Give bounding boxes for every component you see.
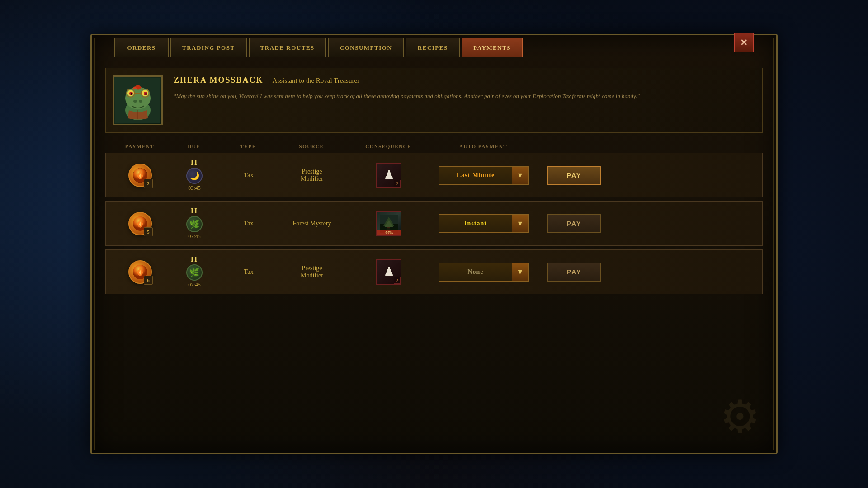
due-time-3: 07:45: [188, 282, 200, 288]
type-cell-2: Tax: [222, 220, 276, 227]
table-rows: 2 II 🌙 03:45 Tax PrestigeMod: [105, 153, 763, 294]
consequence-icon-2: 33%: [376, 211, 401, 236]
th-source: SOURCE: [275, 144, 348, 149]
type-text-3: Tax: [244, 268, 254, 276]
character-intro: ZHERA MOSSBACK Assistant to the Royal Tr…: [105, 68, 763, 133]
gear-decoration: ⚙: [713, 389, 767, 444]
consequence-icon-1: ♟ 2: [376, 163, 401, 188]
auto-pay-cell-2: Instant ▼: [429, 214, 538, 233]
auto-pay-cell-3: None ▼: [429, 263, 538, 282]
due-label-3: II: [191, 255, 198, 263]
consequence-badge-3: 2: [394, 277, 401, 284]
content-area: ZHERA MOSSBACK Assistant to the Royal Tr…: [92, 59, 776, 453]
source-cell-1: PrestigeModifier: [276, 168, 348, 183]
due-time-1: 03:45: [188, 185, 200, 192]
due-label-2: II: [191, 207, 198, 215]
character-name: ZHERA MOSSBACK: [174, 75, 264, 85]
due-cell-2: II 🌿 07:45: [167, 207, 222, 240]
th-action: [538, 144, 610, 149]
consequence-pct-2: 33%: [377, 230, 401, 235]
payment-cell-2: 5: [113, 212, 167, 235]
auto-pay-label-3: None: [439, 268, 512, 276]
th-type: TYPE: [221, 144, 275, 149]
payment-cell-3: 6: [113, 260, 167, 284]
due-time-2: 07:45: [188, 233, 200, 240]
source-text-1: PrestigeModifier: [301, 168, 323, 183]
auto-pay-dropdown-1[interactable]: Last Minute ▼: [439, 166, 529, 185]
auto-pay-label-2: Instant: [439, 220, 512, 227]
auto-pay-dropdown-2[interactable]: Instant ▼: [439, 214, 529, 233]
due-icon-1: 🌙: [186, 168, 203, 184]
coin-badge-3: 6: [144, 276, 153, 285]
th-consequence: CONSEQUENCE: [348, 144, 429, 149]
th-due: DUE: [167, 144, 221, 149]
pay-action-cell-3: Pay: [538, 263, 610, 282]
dropdown-arrow-3[interactable]: ▼: [512, 263, 528, 281]
tabs-row: ORDERS TRADING POST TRADE ROUTES CONSUMP…: [114, 34, 754, 57]
auto-pay-dropdown-3[interactable]: None ▼: [439, 263, 529, 282]
tab-trading-post[interactable]: TRADING POST: [170, 38, 247, 57]
table-row: 2 II 🌙 03:45 Tax PrestigeMod: [105, 153, 763, 197]
source-cell-3: PrestigeModifier: [276, 265, 348, 279]
source-text-3: PrestigeModifier: [301, 265, 323, 279]
source-text-2: Forest Mystery: [292, 220, 331, 227]
svg-point-14: [133, 100, 137, 103]
payment-coin-3: 6: [128, 260, 152, 284]
th-auto-payment: AUTO PAYMENT: [429, 144, 538, 149]
due-cell-1: II 🌙 03:45: [167, 159, 222, 192]
pay-button-3[interactable]: Pay: [547, 263, 601, 282]
source-cell-2: Forest Mystery: [276, 220, 348, 227]
consequence-cell-3: ♟ 2: [348, 259, 429, 285]
character-text: ZHERA MOSSBACK Assistant to the Royal Tr…: [174, 75, 755, 125]
table-row: 6 II 🌿 07:45 Tax PrestigeMod: [105, 249, 763, 294]
chess-piece-3: ♟: [383, 264, 395, 279]
table-row: 5 II 🌿 07:45 Tax Forest Myst: [105, 201, 763, 246]
consequence-badge-1: 2: [394, 180, 401, 187]
tab-trade-routes[interactable]: TRADE ROUTES: [249, 38, 326, 57]
character-portrait: [113, 75, 163, 125]
type-cell-1: Tax: [222, 172, 276, 179]
due-label-1: II: [191, 159, 198, 167]
type-text-1: Tax: [244, 172, 254, 179]
dropdown-arrow-1[interactable]: ▼: [512, 167, 528, 184]
character-quote: "May the sun shine on you, Viceroy! I wa…: [174, 92, 755, 101]
tab-recipes[interactable]: RECIPES: [406, 38, 460, 57]
type-text-2: Tax: [244, 220, 254, 227]
table-header: PAYMENT DUE TYPE SOURCE CONSEQUENCE AUTO…: [105, 144, 763, 149]
due-icon-3: 🌿: [186, 264, 203, 281]
main-panel: ORDERS TRADING POST TRADE ROUTES CONSUMP…: [90, 34, 778, 454]
coin-badge-1: 2: [144, 179, 153, 188]
pay-button-2[interactable]: Pay: [547, 214, 601, 233]
auto-pay-cell-1: Last Minute ▼: [429, 166, 538, 185]
auto-pay-label-1: Last Minute: [439, 172, 512, 179]
svg-point-9: [131, 93, 132, 95]
coin-badge-2: 5: [144, 227, 153, 236]
consequence-cell-1: ♟ 2: [348, 163, 429, 188]
tab-consumption[interactable]: CONSUMPTION: [328, 38, 404, 57]
payment-cell-1: 2: [113, 164, 167, 187]
type-cell-3: Tax: [222, 268, 276, 276]
character-title: Assistant to the Royal Treasurer: [273, 77, 360, 84]
svg-point-15: [139, 100, 142, 103]
consequence-icon-3: ♟ 2: [376, 259, 401, 285]
consequence-cell-2: 33%: [348, 211, 429, 236]
svg-point-10: [145, 93, 147, 95]
payment-coin-2: 5: [128, 212, 152, 235]
payment-coin-1: 2: [128, 164, 152, 187]
payment-table: PAYMENT DUE TYPE SOURCE CONSEQUENCE AUTO…: [105, 144, 763, 294]
tab-payments[interactable]: PAYMENTS: [462, 38, 523, 57]
character-portrait-svg: [115, 78, 160, 123]
dropdown-arrow-2[interactable]: ▼: [512, 215, 528, 232]
due-cell-3: II 🌿 07:45: [167, 255, 222, 288]
due-icon-2: 🌿: [186, 216, 203, 232]
pay-action-cell-1: PAY: [538, 166, 610, 185]
pay-action-cell-2: Pay: [538, 214, 610, 233]
chess-piece-1: ♟: [383, 168, 395, 183]
pay-button-1[interactable]: PAY: [547, 166, 601, 185]
close-button[interactable]: ✕: [734, 33, 754, 52]
tab-orders[interactable]: ORDERS: [114, 38, 169, 57]
th-payment: PAYMENT: [113, 144, 167, 149]
